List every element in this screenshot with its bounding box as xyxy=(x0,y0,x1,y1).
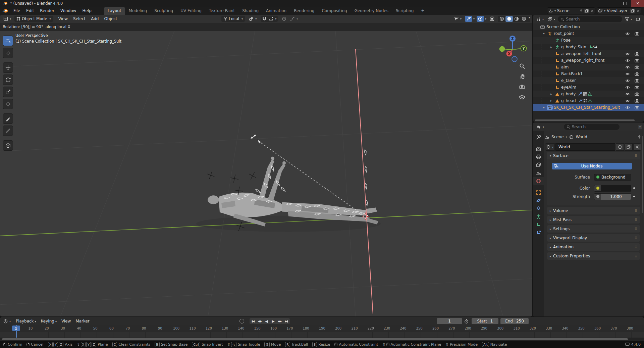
outliner-row[interactable]: Scene Collection xyxy=(533,23,644,30)
viewport-canvas[interactable]: User Perspective (1) Scene Collection | … xyxy=(0,31,532,316)
remove-viewlayer-icon[interactable] xyxy=(637,9,640,12)
timeline-menu-item[interactable]: View xyxy=(59,318,73,325)
drag-handle-icon[interactable]: ⠿ xyxy=(635,154,637,158)
shading-solid-button[interactable] xyxy=(505,16,513,22)
drag-handle-icon[interactable]: ⠿ xyxy=(635,227,637,231)
disable-in-renders-toggle[interactable] xyxy=(635,59,639,62)
editor-type-button[interactable]: ▾ xyxy=(2,16,12,22)
properties-tab-bonec[interactable] xyxy=(533,229,544,237)
camera-view-icon[interactable] xyxy=(519,84,525,90)
properties-tab-bone[interactable] xyxy=(533,220,544,229)
workspace-tab[interactable]: Layout xyxy=(104,7,125,15)
previous-keyframe-button[interactable]: ◀◆ xyxy=(256,318,263,324)
unlink-world-button[interactable] xyxy=(633,143,641,151)
properties-scrollbar[interactable] xyxy=(642,136,643,213)
collapsed-panel[interactable]: ▸ Mist Pass ⠿ xyxy=(547,216,640,223)
collapsed-panel[interactable]: ▸ Custom Properties ⠿ xyxy=(547,252,640,260)
workspace-tab[interactable]: Sculpting xyxy=(151,7,177,15)
outliner-row[interactable]: a_weapon_right_front xyxy=(533,57,644,64)
animate-color-dot[interactable] xyxy=(631,187,637,189)
tool-button[interactable] xyxy=(3,87,13,97)
outliner-row[interactable]: ▾ root_point xyxy=(533,30,644,37)
menu-item[interactable]: Window xyxy=(57,7,79,14)
disable-in-renders-toggle[interactable] xyxy=(635,52,639,56)
disable-in-renders-toggle[interactable] xyxy=(635,106,639,109)
outliner-row[interactable]: a_weapon_left_front xyxy=(533,50,644,57)
jump-to-start-button[interactable]: ▮◀ xyxy=(250,318,256,324)
outliner-row[interactable]: Pose xyxy=(533,37,644,44)
tool-button[interactable] xyxy=(3,48,13,58)
viewport-menu-item[interactable]: Object xyxy=(101,15,120,22)
stopwatch-icon[interactable] xyxy=(464,319,469,324)
outliner-row[interactable]: aim xyxy=(533,64,644,70)
tool-button[interactable] xyxy=(3,113,13,124)
hide-in-viewport-toggle[interactable] xyxy=(625,66,630,69)
blender-menu-icon[interactable] xyxy=(2,9,8,13)
properties-tab-data[interactable] xyxy=(533,212,544,220)
transform-orientation-dropdown[interactable]: Local ▾ xyxy=(221,16,245,22)
character-mesh[interactable] xyxy=(208,157,378,227)
outliner-row[interactable]: BackPack1 xyxy=(533,70,644,77)
scrollbar-thumb[interactable] xyxy=(2,338,628,340)
auto-keying-toggle[interactable] xyxy=(239,319,244,324)
pin-icon[interactable] xyxy=(637,135,641,139)
properties-tab-world[interactable] xyxy=(533,177,544,185)
properties-tab-tool[interactable] xyxy=(533,133,544,141)
color-swatch[interactable] xyxy=(601,185,631,191)
tool-button[interactable] xyxy=(3,62,13,73)
browse-world-button[interactable]: ▾ xyxy=(545,143,555,151)
grid4-icon[interactable] xyxy=(583,92,587,96)
strength-slider[interactable]: 1.000 xyxy=(594,193,631,200)
collapsed-panel[interactable]: ▸ Settings ⠿ xyxy=(547,225,640,233)
new-world-button[interactable] xyxy=(625,143,633,151)
pan-hand-icon[interactable] xyxy=(519,73,525,79)
unlink-scene-icon[interactable] xyxy=(591,9,594,12)
hide-in-viewport-toggle[interactable] xyxy=(625,72,630,76)
show-gizmo-toggle[interactable] xyxy=(465,16,472,22)
snap-pivot-dropdown[interactable]: ▾ xyxy=(248,16,258,22)
visibility-dropdown[interactable]: ▾ xyxy=(452,16,463,22)
play-reverse-button[interactable]: ◀ xyxy=(263,318,270,324)
properties-tab-object[interactable] xyxy=(533,188,544,196)
animate-strength-dot[interactable] xyxy=(631,196,637,197)
hide-in-viewport-toggle[interactable] xyxy=(625,59,630,62)
workspace-tab[interactable]: Shading xyxy=(238,7,262,15)
frame-start-field[interactable]: Start1 xyxy=(472,318,498,324)
viewport-menu-item[interactable]: View xyxy=(56,15,70,22)
timeline-menu-item[interactable]: Playback▾ xyxy=(13,318,39,325)
menu-item[interactable]: File xyxy=(10,7,23,14)
outliner-row[interactable]: ▸ g_body xyxy=(533,91,644,97)
workspace-tab[interactable]: Animation xyxy=(262,7,290,15)
shading-rendered-button[interactable] xyxy=(520,16,528,22)
minimize-button[interactable]: — xyxy=(606,0,619,7)
drag-handle-icon[interactable]: ⠿ xyxy=(635,254,637,258)
properties-tab-output[interactable] xyxy=(533,153,544,161)
outliner-row[interactable]: ▸ g_head xyxy=(533,97,644,104)
viewport-menu-item[interactable]: Select xyxy=(70,15,88,22)
disclosure-icon[interactable]: ▸ xyxy=(548,99,554,102)
menu-item[interactable]: Help xyxy=(79,7,94,14)
drag-handle-icon[interactable]: ⠿ xyxy=(635,245,637,249)
disable-in-renders-toggle[interactable] xyxy=(635,79,639,83)
shading-wireframe-button[interactable] xyxy=(498,16,505,22)
timeline-editor-type-button[interactable]: ▾ xyxy=(2,318,12,324)
viewlayer-selector[interactable]: ▾ ViewLayer xyxy=(597,7,641,14)
properties-tab-physics[interactable] xyxy=(533,196,544,204)
timeline-menu-item[interactable]: Marker xyxy=(73,318,92,325)
proportional-falloff-dropdown[interactable]: ▾ xyxy=(289,16,299,22)
timeline-ruler[interactable]: 1020304050607080901001101201301401501601… xyxy=(0,325,644,332)
playhead[interactable]: 1 xyxy=(16,325,17,338)
properties-tab-viewlayer[interactable] xyxy=(533,161,544,169)
workspace-tab[interactable]: UV Editing xyxy=(177,7,205,15)
outliner-row[interactable]: ▸ g_body_Skin 54 xyxy=(533,44,644,50)
wrench-icon[interactable] xyxy=(579,99,583,103)
viewport-menu-item[interactable]: Add xyxy=(88,15,101,22)
proportional-editing-button[interactable] xyxy=(280,16,288,22)
outliner-search-input[interactable]: Search xyxy=(558,16,622,22)
outliner-filter-dropdown[interactable]: ▾ xyxy=(624,16,633,22)
tool-button[interactable] xyxy=(3,36,13,46)
disclosure-icon[interactable]: ▸ xyxy=(548,92,554,96)
drag-handle-icon[interactable]: ⠿ xyxy=(635,236,637,240)
pin-icon[interactable] xyxy=(579,9,583,13)
menu-item[interactable]: Render xyxy=(37,7,57,14)
